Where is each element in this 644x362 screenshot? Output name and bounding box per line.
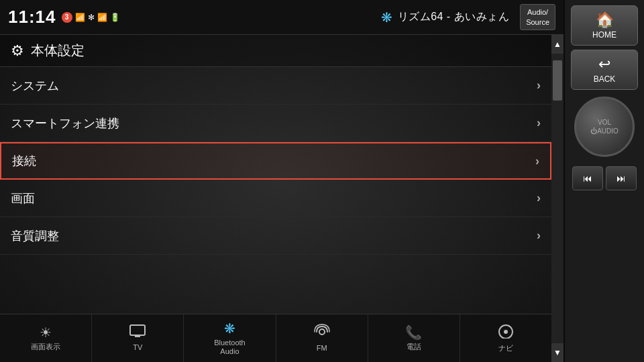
menu-item-smartphone[interactable]: スマートフォン連携 ›	[0, 105, 551, 142]
navi-icon	[498, 324, 514, 342]
nav-item-tv[interactable]: TV	[92, 314, 184, 362]
audio-source-button[interactable]: Audio/ Source	[520, 4, 555, 30]
nav-label: 画面表示	[31, 343, 60, 351]
gear-icon: ⚙	[11, 42, 24, 60]
chevron-right-icon: ›	[535, 154, 539, 168]
chevron-right-icon: ›	[537, 78, 541, 93]
bluetooth-status-icon: ✻	[88, 13, 95, 22]
status-icons: 3 📶 ✻ 📶 🔋	[62, 12, 120, 23]
nav-label: TV	[133, 343, 142, 352]
status-bar: 11:14 3 📶 ✻ 📶 🔋 ❋ リズム64 - あいみょん Audio/ S…	[0, 0, 564, 35]
phone-icon: 📞	[405, 324, 422, 341]
next-button[interactable]: ⏭	[606, 166, 637, 190]
svg-point-4	[504, 330, 508, 334]
menu-item-connection[interactable]: 接続 ›	[0, 142, 551, 180]
battery-icon: 🔋	[110, 13, 120, 22]
menu-item-label: 音質調整	[11, 228, 59, 244]
nav-label: 電話	[407, 343, 421, 351]
bluetooth-icon: ❋	[381, 9, 392, 25]
bluetooth-nav-icon: ❋	[224, 320, 235, 337]
nav-label: ナビ	[498, 344, 513, 353]
prev-button[interactable]: ⏮	[572, 166, 603, 190]
tv-icon	[129, 324, 146, 341]
nav-label: BluetoothAudio	[214, 339, 245, 356]
menu-list: システム › スマートフォン連携 › 接続 › 画面 › 音質調整	[0, 67, 551, 314]
right-panel: 🏠 HOME ↩ BACK VOL⏻AUDIO ⏮ ⏭	[564, 0, 644, 362]
prev-icon: ⏮	[583, 173, 592, 184]
home-icon: 🏠	[596, 11, 614, 29]
bottom-nav: ☀ 画面表示 TV ❋ BluetoothAudio	[0, 314, 551, 362]
svg-rect-0	[130, 325, 145, 335]
menu-item-display[interactable]: 画面 ›	[0, 180, 551, 217]
next-icon: ⏭	[616, 173, 626, 184]
scrollbar: ▲ ▼	[551, 35, 564, 362]
media-controls: ⏮ ⏭	[572, 166, 637, 190]
chevron-right-icon: ›	[537, 229, 541, 243]
back-button[interactable]: ↩ BACK	[571, 50, 638, 90]
nav-label: FM	[317, 344, 327, 353]
menu-item-label: システム	[11, 78, 59, 94]
menu-panel: ⚙ 本体設定 システム › スマートフォン連携 › 接続 › 画面	[0, 35, 551, 362]
svg-point-2	[319, 329, 325, 335]
menu-item-audio-adjust[interactable]: 音質調整 ›	[0, 217, 551, 255]
menu-item-system[interactable]: システム ›	[0, 67, 551, 105]
status-time: 11:14	[8, 7, 56, 27]
chevron-right-icon: ›	[537, 116, 541, 130]
signal-bars-icon: 📶	[75, 13, 85, 22]
chevron-right-icon: ›	[537, 191, 541, 205]
scroll-up-button[interactable]: ▲	[551, 35, 564, 54]
notification-badge: 3	[62, 12, 72, 23]
fm-icon	[314, 324, 330, 342]
scroll-track	[551, 54, 564, 343]
nav-item-phone[interactable]: 📞 電話	[368, 314, 460, 362]
settings-header: ⚙ 本体設定	[0, 35, 551, 67]
cell-signal-icon: 📶	[97, 13, 107, 22]
scroll-down-button[interactable]: ▼	[551, 343, 564, 362]
vol-audio-knob[interactable]: VOL⏻AUDIO	[574, 97, 635, 157]
scroll-thumb[interactable]	[553, 60, 562, 101]
now-playing-text: リズム64 - あいみょん	[398, 10, 510, 24]
nav-item-navi[interactable]: ナビ	[460, 314, 551, 362]
menu-item-label: 接続	[12, 153, 36, 169]
content-area: ⚙ 本体設定 システム › スマートフォン連携 › 接続 › 画面	[0, 35, 564, 362]
nav-item-screen[interactable]: ☀ 画面表示	[0, 314, 92, 362]
menu-item-label: スマートフォン連携	[11, 115, 119, 131]
main-screen: 11:14 3 📶 ✻ 📶 🔋 ❋ リズム64 - あいみょん Audio/ S…	[0, 0, 564, 362]
nav-item-fm[interactable]: FM	[276, 314, 368, 362]
back-icon: ↩	[598, 56, 610, 73]
sun-icon: ☀	[40, 324, 52, 341]
nav-item-bluetooth-audio[interactable]: ❋ BluetoothAudio	[184, 314, 276, 362]
now-playing-area: ❋ リズム64 - あいみょん	[381, 9, 510, 25]
menu-item-label: 画面	[11, 190, 35, 206]
settings-title: 本体設定	[31, 42, 85, 60]
svg-rect-1	[135, 336, 140, 337]
home-button[interactable]: 🏠 HOME	[571, 5, 638, 46]
